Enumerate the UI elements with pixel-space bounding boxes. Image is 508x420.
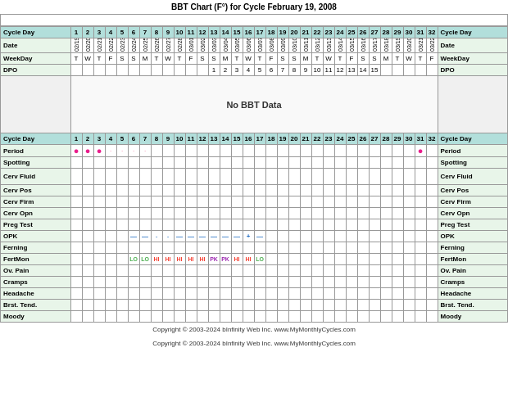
data-cell [403,208,415,219]
data-cell [162,145,174,157]
data-cell [300,185,311,196]
data-cell [128,242,139,254]
data-cell [288,157,300,169]
data-cell [174,277,185,288]
data-cell [105,208,116,219]
cycle-day-label-right: Cycle Day [438,27,508,38]
data-cell [231,208,243,219]
data-cell [82,185,93,196]
weekday-cell: F [426,53,438,65]
data-cell [128,300,139,311]
data-cell: ● [70,145,82,157]
data-cell [139,288,151,300]
data-cell [334,254,346,265]
data-cell [151,145,162,157]
data-cell [334,145,346,157]
date-cell: 03/03 [208,38,220,53]
dpo-cell: 9 [300,65,311,76]
weekday-cell: W [82,53,93,65]
data-cell [151,265,162,277]
data-cell: LO [254,254,265,265]
cycle-day-cell2: 30 [403,133,415,145]
cycle-day-cell: 16 [243,27,254,38]
data-cell [174,219,185,231]
data-cell: · [128,145,139,157]
data-cell [426,265,438,277]
cycle-day-label: Cycle Day [1,27,71,38]
data-cell [380,265,392,277]
bbt-label [1,76,71,133]
data-cell [265,242,277,254]
data-cell [311,242,323,254]
data-cell [105,242,116,254]
copyright: Copyright © 2003-2024 bInfinity Web Inc.… [0,336,508,350]
data-cell [70,265,82,277]
row-label-right: Spotting [438,157,508,169]
date-cell: 03/16 [357,38,369,53]
data-cell: HI [185,254,197,265]
cycle-day-cell: 4 [105,27,116,38]
cycle-day-cell2: 18 [265,133,277,145]
date-cell: 02/28 [174,38,185,53]
data-cell [380,242,392,254]
data-cell [415,311,426,323]
data-cell [82,277,93,288]
data-cell [369,288,380,300]
data-cell [392,254,403,265]
dpo-cell: 12 [334,65,346,76]
data-cell [185,288,197,300]
data-cell [231,311,243,323]
cycle-day-cell: 10 [174,27,185,38]
data-cell [231,219,243,231]
date-cell: 02/24 [128,38,139,53]
data-cell [300,157,311,169]
cycle-day-cell2: 15 [231,133,243,145]
data-cell [357,300,369,311]
data-cell [288,231,300,242]
data-cell [243,300,254,311]
data-cell [151,242,162,254]
data-cell [93,311,105,323]
data-cell [415,231,426,242]
data-cell [116,254,128,265]
data-cell [70,185,82,196]
data-cell [311,196,323,208]
weekday-cell: M [300,53,311,65]
data-cell [357,208,369,219]
data-cell [346,169,357,185]
data-cell [231,157,243,169]
data-cell [311,254,323,265]
data-cell [243,196,254,208]
date-cell: 03/04 [220,38,231,53]
data-cell [357,231,369,242]
data-cell [392,208,403,219]
weekday-cell: S [128,53,139,65]
data-cell: — [231,231,243,242]
data-cell [346,265,357,277]
data-cell [334,231,346,242]
data-cell [300,300,311,311]
data-cell [185,300,197,311]
weekday-cell: T [151,53,162,65]
cycle-day-cell2: 20 [288,133,300,145]
data-cell [380,311,392,323]
data-cell [93,242,105,254]
date-cell: 03/10 [288,38,300,53]
data-cell [403,157,415,169]
data-cell [208,185,220,196]
data-cell [415,185,426,196]
cycle-day-cell: 15 [231,27,243,38]
data-cell [311,231,323,242]
date-cell: 03/06 [243,38,254,53]
cycle-day-cell: 8 [151,27,162,38]
row-label-right: OPK [438,231,508,242]
cycle-day-cell2: 7 [139,133,151,145]
data-cell [197,300,208,311]
data-cell [82,196,93,208]
dpo-cell [185,65,197,76]
cycle-day-cell: 24 [334,27,346,38]
data-cell [311,145,323,157]
data-cell: HI [162,254,174,265]
data-cell [220,265,231,277]
data-cell [357,311,369,323]
